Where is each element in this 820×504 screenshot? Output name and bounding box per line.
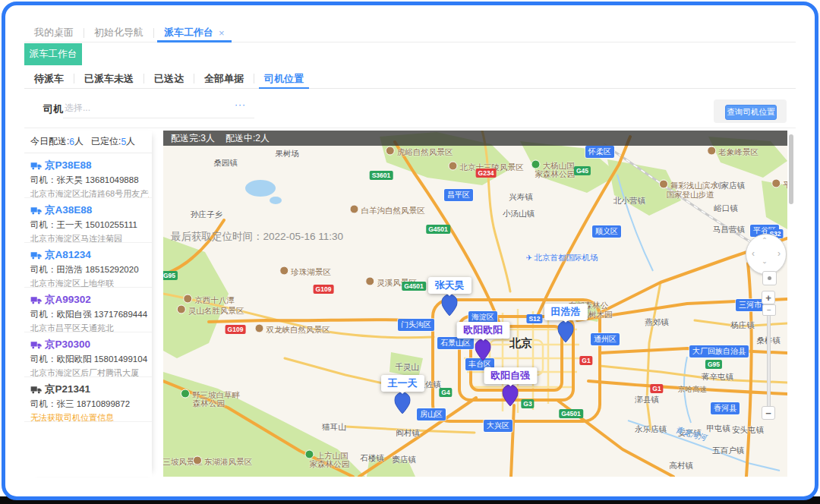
map-label: 马昌营镇 bbox=[713, 225, 745, 235]
map-label: 白羊沟自然风景区 bbox=[350, 205, 425, 216]
truck-icon bbox=[30, 296, 42, 304]
driver-pin[interactable]: 王一天 bbox=[395, 392, 411, 417]
map-label: 窦店镇 bbox=[392, 455, 416, 465]
driver-select-input[interactable] bbox=[63, 98, 254, 118]
vehicle-plate: 京A99302 bbox=[30, 293, 149, 307]
map-label: G4501 bbox=[559, 409, 583, 418]
driver-pin-label[interactable]: 欧阳欧阳 bbox=[456, 322, 509, 339]
zoom-slider-handle[interactable]: − bbox=[762, 304, 776, 316]
vehicle-driver: 司机：王一天 15010255111 bbox=[30, 219, 149, 231]
ellipsis-icon[interactable]: ··· bbox=[235, 99, 246, 110]
last-location-time: 最后获取定位时间：2022-05-16 11:30 bbox=[171, 230, 343, 244]
driver-pin-label[interactable]: 张天昊 bbox=[428, 277, 472, 294]
map-label: 孙庄子乡 bbox=[191, 209, 222, 220]
vehicle-plate: 京A38E88 bbox=[30, 203, 149, 217]
driver-pin[interactable]: 欧阳欧阳 bbox=[475, 339, 491, 364]
locate-button[interactable] bbox=[762, 271, 777, 285]
map-label: 果树场 bbox=[275, 149, 299, 159]
subtab-delivered[interactable]: 已送达 bbox=[144, 69, 194, 88]
tab-dispatch-workbench[interactable]: 派车工作台 × bbox=[154, 24, 235, 42]
map-district-label: 顺义区 bbox=[592, 225, 621, 238]
pan-left-icon[interactable]: ‹ bbox=[752, 249, 755, 258]
map-city-label: 北京 bbox=[509, 336, 532, 351]
vehicle-plate: 京P30300 bbox=[30, 338, 149, 351]
map-label: 永乐店镇 bbox=[635, 424, 667, 435]
map-canvas[interactable]: 配送完:3人 配送中:2人 最后获取定位时间：2022-05-16 11:30 … bbox=[163, 131, 787, 477]
vehicle-item[interactable]: 京A81234司机：田浩浩 18515292020北京市海淀区上地华联 bbox=[24, 243, 152, 288]
subtab-driver-location[interactable]: 司机位置 bbox=[254, 69, 314, 88]
tab-init-nav[interactable]: 初始化导航 bbox=[84, 24, 153, 42]
map-label: 五百户镇 bbox=[712, 446, 744, 456]
map-label: 珍珠湖景区 bbox=[279, 266, 331, 278]
truck-icon bbox=[30, 206, 42, 215]
truck-icon bbox=[30, 386, 42, 394]
map-district-label: 三河市 bbox=[736, 299, 765, 311]
window-tab-bar: 我的桌面 初始化导航 派车工作台 × bbox=[24, 24, 796, 43]
subtab-all-orders[interactable]: 全部单据 bbox=[194, 69, 254, 88]
vehicle-item[interactable]: 京P21341司机：张三 18710899872无法获取司机位置信息 bbox=[24, 377, 152, 422]
map-pan-control[interactable]: ˆ ˇ ‹ › bbox=[746, 234, 787, 275]
map-label: 灵山名胜风景区 bbox=[177, 305, 244, 317]
map-label: 石楼镇 bbox=[360, 453, 384, 464]
map-label: G3 bbox=[521, 399, 534, 408]
zoom-out-button[interactable]: − bbox=[762, 406, 775, 420]
map-label: G4501 bbox=[402, 282, 426, 291]
driver-pin[interactable]: 田浩浩 bbox=[558, 321, 574, 345]
map-label: G109 bbox=[314, 285, 334, 294]
app-window: 我的桌面 初始化导航 派车工作台 × 派车工作台 待派车 已派车未送 已送达 全… bbox=[2, 2, 818, 500]
map-label: 猫耳山 bbox=[322, 422, 346, 433]
map-label: 森林公园 bbox=[193, 398, 225, 409]
map-label: 漷县镇 bbox=[635, 395, 659, 405]
map-label: 高村镇 bbox=[669, 461, 693, 471]
map-district-label: 大兴区 bbox=[484, 420, 512, 432]
map-label: 双龙峡自然风景区 bbox=[255, 324, 330, 335]
map-label: 平谷桃花海 bbox=[771, 179, 787, 191]
map-label: 杨庄镇 bbox=[730, 320, 755, 331]
vehicle-item[interactable]: 京A38E88司机：王一天 15010255111北京市海淀区马连洼菊园 bbox=[24, 198, 152, 243]
close-icon[interactable]: × bbox=[219, 27, 225, 39]
status-delivered: 配送完:3人 bbox=[171, 132, 215, 145]
truck-icon bbox=[30, 341, 42, 349]
subtab-bar: 待派车 已派车未送 已送达 全部单据 司机位置 bbox=[24, 69, 796, 89]
vehicle-plate: 京P21341 bbox=[30, 383, 149, 396]
map-label: 蒋辛屯镇 bbox=[702, 372, 733, 383]
delivery-stats: 今日配送:6人 已定位:5人 bbox=[24, 131, 152, 153]
vehicle-driver: 司机：张三 18710899872 bbox=[30, 398, 149, 410]
map-district-label: 大厂回族自治县 bbox=[689, 345, 749, 358]
driver-pin[interactable]: 张天昊 bbox=[442, 295, 458, 319]
pan-down-icon[interactable]: ˇ bbox=[763, 262, 766, 271]
map-label: 小汤山镇 bbox=[503, 209, 535, 219]
truck-icon bbox=[30, 162, 42, 170]
content-scrollbar-thumb[interactable] bbox=[789, 134, 793, 204]
driver-pin[interactable]: 欧阳自强 bbox=[503, 385, 519, 409]
map-label: 北小营镇 bbox=[613, 196, 645, 206]
map-district-label: 石景山区 bbox=[437, 337, 474, 349]
map-district-label: 怀柔区 bbox=[585, 146, 614, 158]
driver-pin-label[interactable]: 田浩浩 bbox=[544, 304, 588, 320]
vehicle-item[interactable]: 京A99302司机：欧阳自强 13717689444北京市昌平区天通苑北 bbox=[24, 288, 152, 332]
map-label: G234 bbox=[476, 169, 497, 178]
subtab-dispatched[interactable]: 已派车未送 bbox=[74, 69, 144, 88]
map-label: 国家登山步道 bbox=[667, 190, 714, 200]
map-label: 峪口镇 bbox=[714, 203, 738, 214]
pan-up-icon[interactable]: ˆ bbox=[763, 238, 766, 247]
map-district-label: 香河县 bbox=[711, 402, 740, 414]
tab-my-desktop[interactable]: 我的桌面 bbox=[24, 24, 84, 42]
driver-pin-label[interactable]: 欧阳自强 bbox=[484, 367, 537, 384]
map-label: 东湖港风景区 bbox=[193, 456, 252, 468]
zoom-slider-track[interactable] bbox=[767, 305, 771, 408]
vehicle-item[interactable]: 京P30300司机：欧阳欧阳 15801499104北京市海淀区后厂村腾讯大厦 bbox=[24, 332, 152, 377]
subtab-pending[interactable]: 待派车 bbox=[24, 69, 74, 88]
map-label: 北京首都国际机场 bbox=[525, 253, 598, 263]
vehicle-list: 京P38E88司机：张天昊 13681049888北京市海淀区北清路68号用友产… bbox=[24, 153, 152, 422]
map-label: 老象峰景区 bbox=[707, 146, 758, 158]
module-badge: 派车工作台 bbox=[24, 43, 82, 65]
map-label: G1 bbox=[650, 384, 663, 393]
map-label: 虎峪自然风景区 bbox=[386, 146, 453, 158]
vehicle-panel: 今日配送:6人 已定位:5人 京P38E88司机：张天昊 13681049888… bbox=[24, 131, 152, 477]
pan-right-icon[interactable]: › bbox=[777, 249, 781, 258]
zoom-in-button[interactable]: + bbox=[762, 291, 775, 304]
driver-pin-label[interactable]: 王一天 bbox=[381, 375, 424, 392]
vehicle-item[interactable]: 京P38E88司机：张天昊 13681049888北京市海淀区北清路68号用友产… bbox=[24, 153, 152, 198]
query-driver-location-button[interactable]: 查询司机位置 bbox=[725, 105, 777, 120]
